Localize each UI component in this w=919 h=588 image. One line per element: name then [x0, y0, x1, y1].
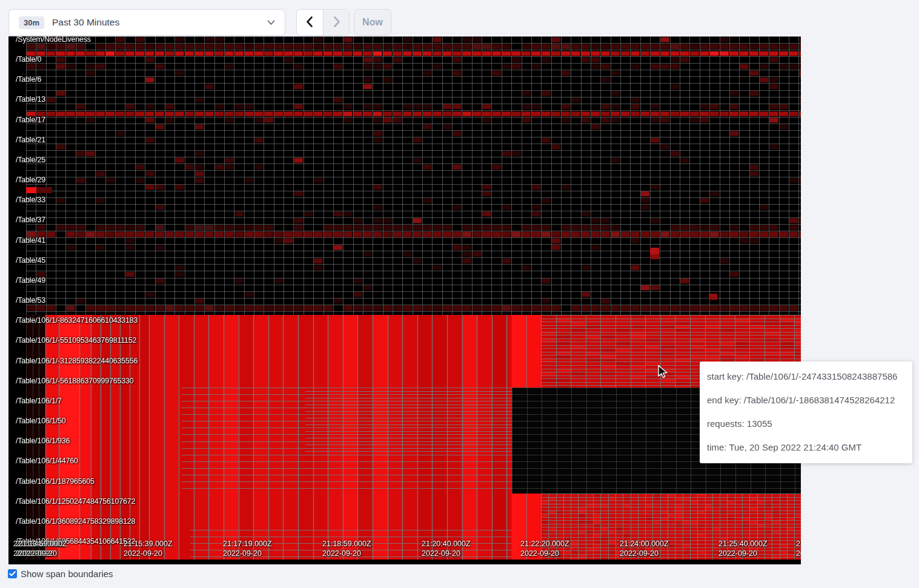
row-label: /Table/106/1/7 [16, 397, 62, 405]
row-label: /Table/37 [16, 216, 45, 224]
row-label: /Table/106/1/187965605 [16, 477, 95, 486]
next-time-button[interactable] [323, 10, 349, 35]
time-axis-label: 21:22:20.000Z2022-09-20 [520, 540, 569, 558]
chevron-left-icon [304, 15, 317, 30]
row-label: /Table/45 [16, 256, 45, 265]
row-label: /Table/33 [16, 196, 45, 204]
row-label: /Table/106/1/1250247484756107672 [16, 497, 135, 506]
row-label: /Table/0 [16, 55, 41, 64]
row-label: /Table/106/1/-3128593822440635556 [16, 357, 138, 365]
heatmap-canvas[interactable] [8, 36, 801, 564]
row-label: /Table/106/1/44760 [16, 457, 78, 465]
row-label: /Table/53 [16, 296, 45, 305]
time-axis-label: 21:24:00.000Z2022-09-20 [620, 540, 669, 558]
tooltip-requests: requests: 13055 [707, 418, 905, 429]
time-axis-label: 21:17:19.000Z2022-09-20 [223, 540, 272, 558]
row-label: /Table/49 [16, 276, 45, 285]
tooltip-time: time: Tue, 20 Sep 2022 21:24:40 GMT [707, 442, 905, 452]
time-axis-label: 21:18:59.000Z2022-09-20 [322, 540, 371, 558]
time-nav-group [296, 9, 350, 36]
key-visualizer-page: { "toolbar": { "range_badge": "30m", "ra… [0, 0, 919, 588]
prev-time-button[interactable] [297, 10, 323, 35]
row-label: /Table/13 [16, 95, 45, 104]
row-label: /Table/106/1/-8632471606610433183 [16, 316, 138, 325]
time-axis-label: 21:15:39.000Z2022-09-20 [124, 540, 173, 558]
checkbox-checked-icon[interactable] [8, 569, 17, 578]
row-label: /Table/106/1/936 [16, 437, 70, 445]
time-axis-label: 21:20:40.000Z2022-09-20 [422, 540, 471, 558]
row-label: /Table/106/1/50 [16, 417, 66, 425]
tooltip-start-key: start key: /Table/106/1/-247433150824388… [707, 371, 905, 382]
row-label: /Table/106/1/-5510953463769811152 [16, 336, 136, 345]
row-label: /System/NodeLiveness [16, 36, 91, 44]
time-axis-label: 21:13:59.000Z2022-09-20 [18, 540, 67, 558]
show-span-boundaries-control[interactable]: Show span boundaries [8, 569, 113, 579]
row-label: /Table/106/1/-561886370999765330 [16, 377, 133, 385]
row-label: /Table/106/1/3608924758329898128 [16, 517, 135, 526]
row-label: /Table/41 [16, 236, 45, 245]
time-range-select[interactable]: 30m Past 30 Minutes [8, 9, 285, 36]
time-range-badge: 30m [19, 16, 44, 29]
time-range-label: Past 30 Minutes [52, 17, 119, 28]
chevron-down-icon [267, 20, 275, 25]
time-axis-label: 21:25:40.000Z2022-09-20 [718, 540, 768, 558]
row-label: /Table/25 [16, 156, 45, 164]
row-label: /Table/29 [16, 176, 45, 184]
now-button[interactable]: Now [354, 9, 391, 36]
time-axis-label: 21:27:20.000Z2022-09-20 [796, 540, 801, 558]
tooltip-end-key: end key: /Table/106/1/-18683814745282642… [707, 395, 905, 405]
row-label: /Table/6 [16, 75, 41, 84]
chevron-right-icon [330, 15, 343, 30]
row-label: /Table/21 [16, 136, 45, 144]
hover-tooltip: start key: /Table/106/1/-247433150824388… [700, 362, 912, 463]
checkbox-label: Show span boundaries [21, 569, 113, 579]
row-label: /Table/17 [16, 116, 45, 124]
mouse-cursor-icon [656, 365, 669, 382]
key-visualizer: /System/NodeLiveness/Table/0/Table/6/Tab… [8, 36, 801, 564]
